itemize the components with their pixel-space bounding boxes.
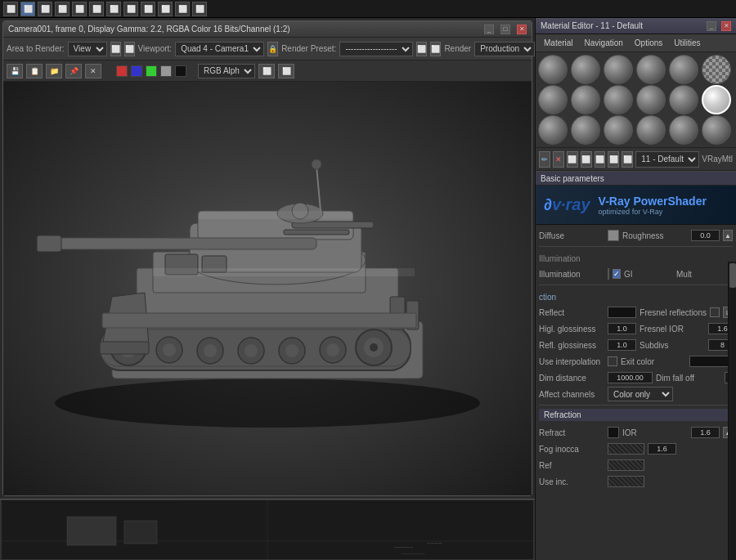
mat-sphere-1[interactable] <box>538 55 568 84</box>
utilities-menu[interactable]: Utilities <box>669 36 705 51</box>
area-btn-1[interactable]: ⬜ <box>110 42 121 56</box>
mat-assign-btn[interactable]: ⬜ <box>595 151 606 168</box>
red-color-btn[interactable] <box>116 65 128 77</box>
mat-sphere-15[interactable] <box>604 115 633 145</box>
mat-sphere-18[interactable] <box>702 115 731 145</box>
ior-input[interactable]: 1.6 <box>691 427 720 438</box>
material-menu[interactable]: Material <box>539 36 578 51</box>
use-inc-texture-preview[interactable] <box>608 476 644 487</box>
taskbar-icon-1[interactable]: ⬜ <box>3 2 18 16</box>
dim-dist-input[interactable]: 1000.00 <box>608 372 653 383</box>
gi-checkbox[interactable]: ✓ <box>613 269 621 279</box>
preset-btn-2[interactable]: ⬜ <box>430 42 441 56</box>
higl-input[interactable]: 1.0 <box>608 323 636 334</box>
mat-sphere-14[interactable] <box>571 115 600 145</box>
fresnel-ref-checkbox[interactable] <box>710 307 720 317</box>
use-interp-checkbox[interactable] <box>608 356 617 366</box>
gray-color-btn[interactable] <box>160 65 172 77</box>
taskbar-icon-12[interactable]: ⬜ <box>192 2 207 16</box>
close-button[interactable]: ✕ <box>517 25 527 34</box>
mat-sphere-6[interactable] <box>702 55 731 84</box>
mat-sphere-12-active[interactable] <box>702 85 731 114</box>
blue-color-btn[interactable] <box>131 65 142 77</box>
navigation-menu[interactable]: Navigation <box>580 36 628 51</box>
affect-ch-select[interactable]: Color only <box>608 387 673 401</box>
taskbar-icon-9[interactable]: ⬜ <box>141 2 155 16</box>
mat-sphere-3[interactable] <box>604 55 633 84</box>
minimize-button[interactable]: _ <box>484 25 494 34</box>
rgl-input[interactable]: 1.0 <box>608 339 636 351</box>
folder-btn[interactable]: 📁 <box>46 64 62 78</box>
mat-sphere-2[interactable] <box>571 55 600 84</box>
mat-paste-btn[interactable]: ⬜ <box>581 151 592 168</box>
fog-val-input[interactable] <box>648 443 676 455</box>
black-color-btn[interactable] <box>175 65 186 77</box>
channel-btn-1[interactable]: ⬜ <box>258 64 275 78</box>
taskbar-icon-10[interactable]: ⬜ <box>158 2 173 16</box>
mat-editor-titlebar: Material Editor - 11 - Default _ ✕ <box>536 18 736 34</box>
maximize-button[interactable]: □ <box>500 25 510 34</box>
mat-sphere-11[interactable] <box>669 85 698 114</box>
close-channel-btn[interactable]: ✕ <box>85 64 101 78</box>
taskbar-icon-11[interactable]: ⬜ <box>175 2 190 16</box>
mat-sphere-4[interactable] <box>636 55 666 84</box>
fog-texture-preview[interactable] <box>608 443 644 455</box>
area-render-select[interactable]: View <box>68 42 107 56</box>
refract-label: Refract <box>539 428 604 437</box>
mat-copy-btn[interactable]: ⬜ <box>567 151 578 168</box>
ref-label: Ref <box>539 461 604 470</box>
mat-sphere-5[interactable] <box>669 55 698 84</box>
mat-select-btn[interactable]: ⬜ <box>608 151 619 168</box>
svg-point-13 <box>245 344 258 357</box>
mat-name-select[interactable]: 11 - Default <box>635 151 699 168</box>
save-btn[interactable]: 💾 <box>7 64 23 78</box>
mat-delete-btn[interactable]: ✕ <box>553 151 564 168</box>
mat-minimize-btn[interactable]: _ <box>707 21 716 31</box>
roughness-input[interactable]: 0.0 <box>691 230 720 241</box>
render-label: Render <box>444 44 471 53</box>
mat-sphere-8[interactable] <box>571 85 600 114</box>
illum-swatch[interactable] <box>608 268 609 280</box>
mat-sphere-16[interactable] <box>636 115 666 145</box>
channel-btn-2[interactable]: ⬜ <box>278 64 294 78</box>
copy-btn[interactable]: 📋 <box>26 64 43 78</box>
taskbar-icon-3[interactable]: ⬜ <box>38 2 52 16</box>
exit-color-swatch[interactable] <box>689 356 730 367</box>
area-btn-2[interactable]: ⬜ <box>124 42 135 56</box>
preset-select[interactable]: ------------------- <box>339 42 413 56</box>
taskbar-icon-7[interactable]: ⬜ <box>106 2 121 16</box>
vray-banner: ∂v·ray V-Ray PowerShader optimized for V… <box>536 186 736 225</box>
mat-sphere-10[interactable] <box>636 85 666 114</box>
taskbar-icon-2[interactable]: ⬜ <box>20 2 35 16</box>
pin-btn[interactable]: 📌 <box>65 64 82 78</box>
taskbar-icon-5[interactable]: ⬜ <box>72 2 87 16</box>
mat-pick-btn[interactable]: ✏ <box>539 151 550 168</box>
affect-ch-row: Affect channels Color only <box>539 387 733 401</box>
options-menu[interactable]: Options <box>630 36 667 51</box>
preset-btn-1[interactable]: ⬜ <box>416 42 427 56</box>
taskbar-icon-6[interactable]: ⬜ <box>89 2 104 16</box>
production-select[interactable]: Production <box>474 42 535 56</box>
mat-scene-btn[interactable]: ⬜ <box>622 151 633 168</box>
mat-close-btn[interactable]: ✕ <box>721 21 731 31</box>
mat-sphere-7[interactable] <box>538 85 568 114</box>
viewport-select[interactable]: Quad 4 - Camera1 <box>175 42 264 56</box>
channel-select[interactable]: RGB Alpha <box>198 64 255 78</box>
svg-point-11 <box>204 344 217 357</box>
ref-texture-preview[interactable] <box>608 459 644 471</box>
diffuse-swatch[interactable] <box>608 230 619 241</box>
scroll-thumb[interactable] <box>729 263 736 288</box>
mat-sphere-13[interactable] <box>538 115 568 145</box>
roughness-spinner[interactable]: ▲ <box>723 230 733 241</box>
scrollbar[interactable] <box>728 262 736 560</box>
taskbar-icon-8[interactable]: ⬜ <box>123 2 138 16</box>
lock-btn[interactable]: 🔒 <box>267 42 278 56</box>
mat-sphere-9[interactable] <box>604 85 633 114</box>
green-color-btn[interactable] <box>146 65 157 77</box>
refract-swatch[interactable] <box>608 427 619 438</box>
reflect-swatch[interactable] <box>608 307 636 318</box>
taskbar-icon-4[interactable]: ⬜ <box>55 2 70 16</box>
svg-text:~~~~~~: ~~~~~~ <box>402 550 425 558</box>
mat-sphere-17[interactable] <box>669 115 698 145</box>
material-editor: Material Editor - 11 - Default _ ✕ Mater… <box>536 18 736 560</box>
